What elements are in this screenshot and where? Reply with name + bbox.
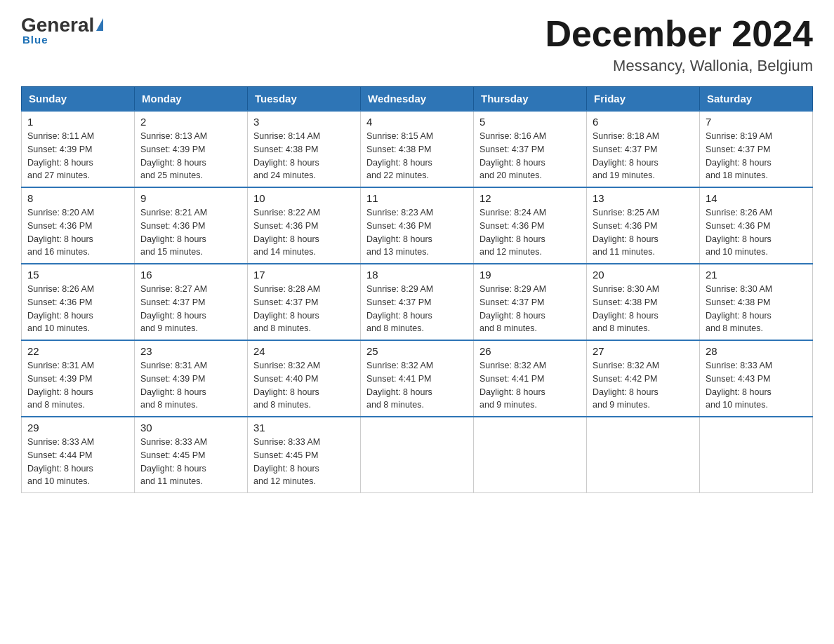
title-section: December 2024 Messancy, Wallonia, Belgiu…: [545, 14, 813, 75]
day-info: Sunrise: 8:33 AM Sunset: 4:45 PM Dayligh…: [253, 436, 355, 488]
day-number: 18: [366, 269, 468, 281]
calendar-cell: 7 Sunrise: 8:19 AM Sunset: 4:37 PM Dayli…: [700, 111, 813, 187]
day-number: 13: [593, 192, 694, 204]
day-info: Sunrise: 8:33 AM Sunset: 4:43 PM Dayligh…: [706, 359, 807, 412]
day-info: Sunrise: 8:32 AM Sunset: 4:41 PM Dayligh…: [479, 359, 581, 412]
day-info: Sunrise: 8:11 AM Sunset: 4:39 PM Dayligh…: [27, 130, 128, 182]
day-info: Sunrise: 8:32 AM Sunset: 4:40 PM Dayligh…: [253, 359, 355, 412]
day-info: Sunrise: 8:32 AM Sunset: 4:42 PM Dayligh…: [593, 359, 694, 412]
calendar-cell: 2 Sunrise: 8:13 AM Sunset: 4:39 PM Dayli…: [135, 111, 248, 187]
day-info: Sunrise: 8:20 AM Sunset: 4:36 PM Dayligh…: [27, 206, 128, 259]
calendar-cell: 11 Sunrise: 8:23 AM Sunset: 4:36 PM Dayl…: [361, 187, 474, 264]
header-tuesday: Tuesday: [248, 87, 361, 112]
calendar-cell: 24 Sunrise: 8:32 AM Sunset: 4:40 PM Dayl…: [248, 340, 361, 417]
calendar-week-row-1: 1 Sunrise: 8:11 AM Sunset: 4:39 PM Dayli…: [22, 111, 813, 187]
day-number: 3: [253, 116, 355, 128]
calendar-cell: 28 Sunrise: 8:33 AM Sunset: 4:43 PM Dayl…: [700, 340, 813, 417]
day-number: 26: [479, 345, 581, 357]
calendar-cell: 5 Sunrise: 8:16 AM Sunset: 4:37 PM Dayli…: [474, 111, 587, 187]
calendar-cell: 31 Sunrise: 8:33 AM Sunset: 4:45 PM Dayl…: [248, 417, 361, 493]
calendar-cell: [474, 417, 587, 493]
day-info: Sunrise: 8:18 AM Sunset: 4:37 PM Dayligh…: [593, 130, 694, 182]
day-info: Sunrise: 8:25 AM Sunset: 4:36 PM Dayligh…: [593, 206, 694, 259]
calendar-cell: 25 Sunrise: 8:32 AM Sunset: 4:41 PM Dayl…: [361, 340, 474, 417]
calendar-week-row-2: 8 Sunrise: 8:20 AM Sunset: 4:36 PM Dayli…: [22, 187, 813, 264]
day-info: Sunrise: 8:30 AM Sunset: 4:38 PM Dayligh…: [593, 283, 694, 335]
calendar-cell: 16 Sunrise: 8:27 AM Sunset: 4:37 PM Dayl…: [135, 264, 248, 340]
calendar-week-row-4: 22 Sunrise: 8:31 AM Sunset: 4:39 PM Dayl…: [22, 340, 813, 417]
calendar-cell: [700, 417, 813, 493]
calendar-cell: 23 Sunrise: 8:31 AM Sunset: 4:39 PM Dayl…: [135, 340, 248, 417]
day-number: 20: [593, 269, 694, 281]
day-info: Sunrise: 8:31 AM Sunset: 4:39 PM Dayligh…: [27, 359, 128, 412]
day-number: 5: [479, 116, 581, 128]
calendar-cell: [361, 417, 474, 493]
day-info: Sunrise: 8:22 AM Sunset: 4:36 PM Dayligh…: [253, 206, 355, 259]
location-subtitle: Messancy, Wallonia, Belgium: [545, 57, 813, 75]
day-number: 25: [366, 345, 468, 357]
calendar-cell: 12 Sunrise: 8:24 AM Sunset: 4:36 PM Dayl…: [474, 187, 587, 264]
day-info: Sunrise: 8:26 AM Sunset: 4:36 PM Dayligh…: [706, 206, 807, 259]
day-info: Sunrise: 8:29 AM Sunset: 4:37 PM Dayligh…: [366, 283, 468, 335]
header-wednesday: Wednesday: [361, 87, 474, 112]
calendar-week-row-3: 15 Sunrise: 8:26 AM Sunset: 4:36 PM Dayl…: [22, 264, 813, 340]
calendar-cell: 10 Sunrise: 8:22 AM Sunset: 4:36 PM Dayl…: [248, 187, 361, 264]
day-number: 7: [706, 116, 807, 128]
month-year-title: December 2024: [545, 14, 813, 54]
calendar-cell: 6 Sunrise: 8:18 AM Sunset: 4:37 PM Dayli…: [587, 111, 700, 187]
calendar-header-row: Sunday Monday Tuesday Wednesday Thursday…: [22, 87, 813, 112]
calendar-cell: 26 Sunrise: 8:32 AM Sunset: 4:41 PM Dayl…: [474, 340, 587, 417]
day-number: 14: [706, 192, 807, 204]
calendar-cell: 15 Sunrise: 8:26 AM Sunset: 4:36 PM Dayl…: [22, 264, 135, 340]
day-number: 23: [140, 345, 241, 357]
day-number: 27: [593, 345, 694, 357]
calendar-cell: 1 Sunrise: 8:11 AM Sunset: 4:39 PM Dayli…: [22, 111, 135, 187]
calendar-cell: 22 Sunrise: 8:31 AM Sunset: 4:39 PM Dayl…: [22, 340, 135, 417]
header-friday: Friday: [587, 87, 700, 112]
calendar-cell: 20 Sunrise: 8:30 AM Sunset: 4:38 PM Dayl…: [587, 264, 700, 340]
day-number: 2: [140, 116, 241, 128]
day-number: 19: [479, 269, 581, 281]
calendar-cell: [587, 417, 700, 493]
day-number: 16: [140, 269, 241, 281]
calendar-cell: 9 Sunrise: 8:21 AM Sunset: 4:36 PM Dayli…: [135, 187, 248, 264]
header-saturday: Saturday: [700, 87, 813, 112]
day-info: Sunrise: 8:13 AM Sunset: 4:39 PM Dayligh…: [140, 130, 241, 182]
day-info: Sunrise: 8:33 AM Sunset: 4:44 PM Dayligh…: [27, 436, 128, 488]
calendar-cell: 14 Sunrise: 8:26 AM Sunset: 4:36 PM Dayl…: [700, 187, 813, 264]
day-number: 9: [140, 192, 241, 204]
calendar-cell: 13 Sunrise: 8:25 AM Sunset: 4:36 PM Dayl…: [587, 187, 700, 264]
calendar-table: Sunday Monday Tuesday Wednesday Thursday…: [21, 86, 813, 493]
calendar-cell: 27 Sunrise: 8:32 AM Sunset: 4:42 PM Dayl…: [587, 340, 700, 417]
logo: General Blue: [21, 14, 103, 46]
calendar-cell: 4 Sunrise: 8:15 AM Sunset: 4:38 PM Dayli…: [361, 111, 474, 187]
day-number: 10: [253, 192, 355, 204]
day-number: 29: [27, 422, 128, 434]
day-number: 8: [27, 192, 128, 204]
calendar-cell: 19 Sunrise: 8:29 AM Sunset: 4:37 PM Dayl…: [474, 264, 587, 340]
calendar-cell: 3 Sunrise: 8:14 AM Sunset: 4:38 PM Dayli…: [248, 111, 361, 187]
day-number: 15: [27, 269, 128, 281]
calendar-cell: 8 Sunrise: 8:20 AM Sunset: 4:36 PM Dayli…: [22, 187, 135, 264]
day-number: 28: [706, 345, 807, 357]
day-info: Sunrise: 8:23 AM Sunset: 4:36 PM Dayligh…: [366, 206, 468, 259]
logo-triangle-icon: [96, 18, 103, 31]
day-number: 6: [593, 116, 694, 128]
day-info: Sunrise: 8:24 AM Sunset: 4:36 PM Dayligh…: [479, 206, 581, 259]
day-info: Sunrise: 8:19 AM Sunset: 4:37 PM Dayligh…: [706, 130, 807, 182]
calendar-cell: 21 Sunrise: 8:30 AM Sunset: 4:38 PM Dayl…: [700, 264, 813, 340]
day-info: Sunrise: 8:28 AM Sunset: 4:37 PM Dayligh…: [253, 283, 355, 335]
day-info: Sunrise: 8:31 AM Sunset: 4:39 PM Dayligh…: [140, 359, 241, 412]
calendar-cell: 29 Sunrise: 8:33 AM Sunset: 4:44 PM Dayl…: [22, 417, 135, 493]
header-thursday: Thursday: [474, 87, 587, 112]
day-number: 31: [253, 422, 355, 434]
day-info: Sunrise: 8:26 AM Sunset: 4:36 PM Dayligh…: [27, 283, 128, 335]
day-info: Sunrise: 8:33 AM Sunset: 4:45 PM Dayligh…: [140, 436, 241, 488]
day-number: 12: [479, 192, 581, 204]
day-number: 24: [253, 345, 355, 357]
day-info: Sunrise: 8:16 AM Sunset: 4:37 PM Dayligh…: [479, 130, 581, 182]
day-number: 30: [140, 422, 241, 434]
day-number: 11: [366, 192, 468, 204]
calendar-cell: 18 Sunrise: 8:29 AM Sunset: 4:37 PM Dayl…: [361, 264, 474, 340]
day-info: Sunrise: 8:27 AM Sunset: 4:37 PM Dayligh…: [140, 283, 241, 335]
